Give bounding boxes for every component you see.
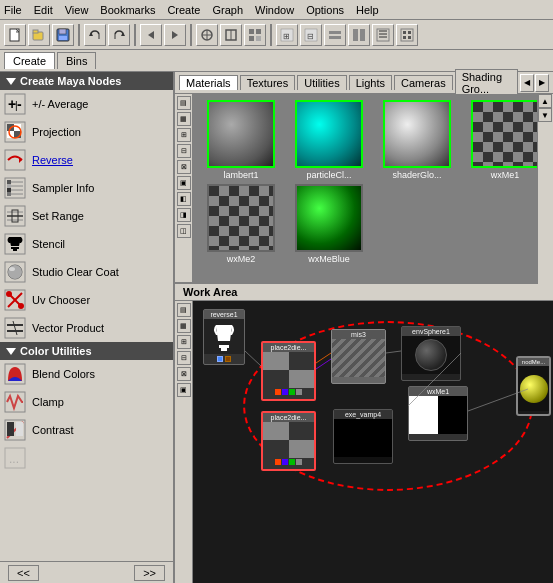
port-stop[interactable] bbox=[225, 356, 231, 362]
port-d[interactable] bbox=[296, 459, 302, 465]
menu-graph[interactable]: Graph bbox=[212, 4, 243, 16]
wa-btn-2[interactable]: ▦ bbox=[177, 319, 191, 333]
new-file-button[interactable] bbox=[4, 24, 26, 46]
node-exe-vamp4[interactable]: exe_vamp4 bbox=[333, 409, 393, 464]
wa-btn-6[interactable]: ▣ bbox=[177, 383, 191, 397]
node-item-vector-product[interactable]: Vector Product bbox=[0, 314, 173, 342]
materials-scrollbar[interactable]: ▲ ▼ bbox=[537, 94, 553, 284]
material-thumb-lambert1[interactable] bbox=[207, 100, 275, 168]
material-particlecl[interactable]: particleCl... bbox=[287, 100, 371, 180]
tab-materials[interactable]: Materials bbox=[179, 75, 238, 90]
mat-scroll-left[interactable]: ◀ bbox=[520, 74, 534, 92]
port-2[interactable] bbox=[282, 389, 288, 395]
node-mis3[interactable]: mis3 bbox=[331, 329, 386, 384]
node-item-average[interactable]: + | - +/- Average bbox=[0, 90, 173, 118]
material-shaderglo[interactable]: shaderGlo... bbox=[375, 100, 459, 180]
render5-button[interactable] bbox=[372, 24, 394, 46]
tab-cameras[interactable]: Cameras bbox=[394, 75, 453, 90]
material-thumb-wxme1[interactable] bbox=[471, 100, 539, 168]
color-utilities-collapse-icon[interactable] bbox=[6, 348, 16, 355]
port-1[interactable] bbox=[275, 389, 281, 395]
render3-button[interactable] bbox=[324, 24, 346, 46]
node-reverse1[interactable]: reverse1 bbox=[203, 309, 245, 365]
material-thumb-wxme2[interactable] bbox=[207, 184, 275, 252]
node-item-contrast[interactable]: Contrast bbox=[0, 416, 173, 444]
nav-prev-button[interactable] bbox=[140, 24, 162, 46]
vert-btn-4[interactable]: ⊟ bbox=[177, 144, 191, 158]
node-item-stencil[interactable]: Stencil bbox=[0, 230, 173, 258]
tool1-button[interactable] bbox=[196, 24, 218, 46]
port-4[interactable] bbox=[296, 389, 302, 395]
open-file-button[interactable] bbox=[28, 24, 50, 46]
vert-btn-9[interactable]: ◫ bbox=[177, 224, 191, 238]
render1-button[interactable]: ⊞ bbox=[276, 24, 298, 46]
material-wxme1[interactable]: wxMe1 bbox=[463, 100, 547, 180]
render4-button[interactable] bbox=[348, 24, 370, 46]
node-envsphere1[interactable]: envSphere1 bbox=[401, 326, 461, 381]
vert-btn-7[interactable]: ◧ bbox=[177, 192, 191, 206]
menu-options[interactable]: Options bbox=[306, 4, 344, 16]
mat-scroll-right[interactable]: ▶ bbox=[535, 74, 549, 92]
tab-create[interactable]: Create bbox=[4, 52, 55, 69]
vert-btn-5[interactable]: ⊠ bbox=[177, 160, 191, 174]
tab-lights[interactable]: Lights bbox=[349, 75, 392, 90]
node-item-blend-colors[interactable]: Blend Colors bbox=[0, 360, 173, 388]
menu-view[interactable]: View bbox=[65, 4, 89, 16]
tab-shading-groups[interactable]: Shading Gro... bbox=[455, 69, 518, 96]
menu-window[interactable]: Window bbox=[255, 4, 294, 16]
menu-create[interactable]: Create bbox=[167, 4, 200, 16]
redo-button[interactable] bbox=[108, 24, 130, 46]
vert-btn-6[interactable]: ▣ bbox=[177, 176, 191, 190]
nav-prev-button[interactable]: << bbox=[8, 565, 39, 581]
save-file-button[interactable] bbox=[52, 24, 74, 46]
menu-file[interactable]: File bbox=[4, 4, 22, 16]
nav-next-button[interactable]: >> bbox=[134, 565, 165, 581]
scroll-up-button[interactable]: ▲ bbox=[538, 94, 552, 108]
tab-textures[interactable]: Textures bbox=[240, 75, 296, 90]
wa-btn-5[interactable]: ⊠ bbox=[177, 367, 191, 381]
menu-edit[interactable]: Edit bbox=[34, 4, 53, 16]
wa-btn-3[interactable]: ⊞ bbox=[177, 335, 191, 349]
render6-button[interactable] bbox=[396, 24, 418, 46]
node-wxme1-graph[interactable]: wxMe1 bbox=[408, 386, 468, 441]
port-a[interactable] bbox=[275, 459, 281, 465]
node-item-reverse[interactable]: Reverse bbox=[0, 146, 173, 174]
collapse-icon[interactable] bbox=[6, 78, 16, 85]
render2-button[interactable]: ⊟ bbox=[300, 24, 322, 46]
node-item-projection[interactable]: Projection bbox=[0, 118, 173, 146]
nav-next-button[interactable] bbox=[164, 24, 186, 46]
tab-bins[interactable]: Bins bbox=[57, 52, 96, 69]
menu-help[interactable]: Help bbox=[356, 4, 379, 16]
port-b[interactable] bbox=[282, 459, 288, 465]
material-thumb-wxmeblue[interactable] bbox=[295, 184, 363, 252]
undo-button[interactable] bbox=[84, 24, 106, 46]
port-play[interactable] bbox=[217, 356, 223, 362]
tool2-button[interactable] bbox=[220, 24, 242, 46]
material-wxmeblue[interactable]: wxMeBlue bbox=[287, 184, 371, 264]
tool3-button[interactable] bbox=[244, 24, 266, 46]
material-thumb-shaderglo[interactable] bbox=[383, 100, 451, 168]
material-lambert1[interactable]: lambert1 bbox=[199, 100, 283, 180]
node-item-studio-clear-coat[interactable]: Studio Clear Coat bbox=[0, 258, 173, 286]
node-sphere-yellow[interactable]: nodMe... bbox=[516, 356, 551, 416]
node-item-clamp[interactable]: Clamp bbox=[0, 388, 173, 416]
vert-btn-8[interactable]: ◨ bbox=[177, 208, 191, 222]
menu-bookmarks[interactable]: Bookmarks bbox=[100, 4, 155, 16]
tab-utilities[interactable]: Utilities bbox=[297, 75, 346, 90]
port-c[interactable] bbox=[289, 459, 295, 465]
work-area-canvas[interactable]: reverse1 bbox=[193, 301, 553, 583]
node-item-uv-chooser[interactable]: Uv Chooser bbox=[0, 286, 173, 314]
material-wxme2[interactable]: wxMe2 bbox=[199, 184, 283, 264]
node-item-sampler-info[interactable]: Sampler Info bbox=[0, 174, 173, 202]
wa-btn-1[interactable]: ▤ bbox=[177, 303, 191, 317]
port-3[interactable] bbox=[289, 389, 295, 395]
wa-btn-4[interactable]: ⊟ bbox=[177, 351, 191, 365]
material-thumb-particlecl[interactable] bbox=[295, 100, 363, 168]
vert-btn-1[interactable]: ▤ bbox=[177, 96, 191, 110]
vert-btn-2[interactable]: ▦ bbox=[177, 112, 191, 126]
node-item-set-range[interactable]: Set Range bbox=[0, 202, 173, 230]
node-place2die1[interactable]: place2die... bbox=[261, 341, 316, 401]
node-place2die2[interactable]: place2die... bbox=[261, 411, 316, 471]
scroll-down-button[interactable]: ▼ bbox=[538, 108, 552, 122]
vert-btn-3[interactable]: ⊞ bbox=[177, 128, 191, 142]
